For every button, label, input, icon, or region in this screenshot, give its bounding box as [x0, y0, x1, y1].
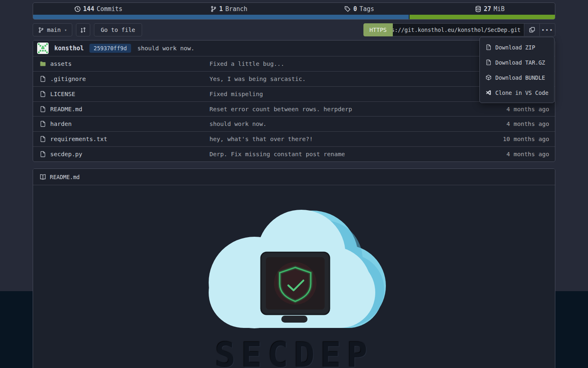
- stat-tags[interactable]: 0 Tags: [294, 5, 425, 13]
- readme-panel: README.md: [33, 168, 555, 368]
- compare-button[interactable]: [76, 23, 90, 36]
- commits-count: 144: [83, 5, 94, 13]
- readme-header: README.md: [33, 169, 555, 185]
- secdep-logo-image: [201, 208, 387, 329]
- clone-dropdown-menu: Download ZIP Download TAR.GZ Download BU…: [479, 37, 555, 103]
- menu-item-download-targz[interactable]: Download TAR.GZ: [480, 55, 554, 70]
- clock-icon: [74, 6, 81, 12]
- menu-item-clone-vscode[interactable]: Clone in VS Code: [480, 85, 554, 100]
- menu-item-download-bundle[interactable]: Download BUNDLE: [480, 70, 554, 85]
- secdep-logo-text: SECDEP: [215, 335, 373, 368]
- branch-icon: [38, 27, 44, 33]
- tags-label: Tags: [359, 5, 374, 13]
- menu-item-label: Download BUNDLE: [495, 74, 545, 81]
- copy-icon: [529, 27, 535, 33]
- file-link[interactable]: secdep.py: [50, 151, 82, 157]
- file-commit-message[interactable]: Fixed a little bug...: [209, 61, 481, 67]
- stat-size[interactable]: 27 MiB: [425, 5, 555, 13]
- commit-hash-badge[interactable]: 259370ff9d: [89, 44, 131, 53]
- go-to-file-label: Go to file: [101, 27, 135, 33]
- file-row-requirements: requirements.txt hey, what's that over t…: [33, 132, 555, 147]
- file-commit-message[interactable]: hey, what's that over there?!: [209, 136, 481, 142]
- file-commit-message[interactable]: Derp. Fix missing constant post rename: [209, 151, 481, 157]
- file-commit-message[interactable]: Yes, I was being sarcastic.: [209, 76, 481, 82]
- file-link[interactable]: README.md: [50, 106, 82, 112]
- file-commit-message[interactable]: Reset error count between rows. herpderp: [209, 106, 481, 112]
- file-commit-message[interactable]: should work now.: [209, 121, 481, 127]
- language-bar[interactable]: [33, 15, 555, 19]
- clone-url-group: HTTPS ps://git.konsthol.eu/konsthol/SecD…: [363, 23, 555, 36]
- file-commit-message[interactable]: Fixed mispeling: [209, 91, 481, 97]
- clone-url-input[interactable]: ps://git.konsthol.eu/konsthol/SecDep.git: [393, 23, 524, 36]
- file-link[interactable]: requirements.txt: [50, 136, 107, 142]
- vscode-icon: [486, 90, 492, 96]
- file-row-license: LICENSE Fixed mispeling: [33, 87, 555, 102]
- file-icon: [40, 106, 46, 112]
- file-row-gitignore: .gitignore Yes, I was being sarcastic.: [33, 72, 555, 87]
- copy-url-button[interactable]: [524, 23, 540, 36]
- file-link[interactable]: .gitignore: [50, 76, 86, 82]
- branch-icon: [210, 6, 217, 12]
- more-options-button[interactable]: •••: [540, 23, 555, 36]
- commits-label: Commits: [97, 5, 122, 13]
- file-icon: [40, 151, 46, 157]
- size-label: MiB: [494, 5, 505, 13]
- commit-author-link[interactable]: konsthol: [54, 45, 84, 52]
- language-segment-blue[interactable]: [33, 15, 409, 19]
- file-icon: [40, 76, 46, 82]
- file-link[interactable]: LICENSE: [50, 91, 75, 97]
- latest-commit-row: konsthol 259370ff9d should work now.: [33, 40, 555, 56]
- menu-item-label: Download TAR.GZ: [495, 59, 545, 66]
- file-row-assets: assets Fixed a little bug...: [33, 56, 555, 72]
- commit-message-link[interactable]: should work now.: [138, 45, 195, 52]
- file-commit-date: 4 months ago: [481, 106, 555, 112]
- kebab-icon: •••: [541, 27, 553, 33]
- database-icon: [475, 6, 481, 12]
- file-row-readme: README.md Reset error count between rows…: [33, 102, 555, 117]
- file-row-harden: harden should work now. 4 months ago: [33, 117, 555, 132]
- stat-commits[interactable]: 144 Commits: [33, 5, 164, 13]
- menu-item-label: Download ZIP: [495, 44, 535, 51]
- go-to-file-button[interactable]: Go to file: [94, 23, 142, 36]
- file-link[interactable]: harden: [50, 121, 71, 127]
- repo-toolbar: main ▾ Go to file HTTPS ps://git.konstho…: [33, 23, 555, 36]
- repo-stats-panel: 144 Commits 1 Branch 0 Tags 27 MiB: [33, 2, 555, 20]
- menu-item-label: Clone in VS Code: [495, 90, 548, 96]
- zip-file-icon: [486, 44, 492, 50]
- clone-url-text: ps://git.konsthol.eu/konsthol/SecDep.git: [393, 27, 521, 33]
- folder-icon: [40, 61, 46, 67]
- branch-selector-button[interactable]: main ▾: [33, 23, 72, 36]
- https-protocol-button[interactable]: HTTPS: [363, 23, 393, 36]
- stat-branches[interactable]: 1 Branch: [164, 5, 294, 13]
- menu-item-download-zip[interactable]: Download ZIP: [480, 40, 554, 55]
- book-icon: [40, 174, 46, 180]
- readme-title: README.md: [50, 174, 80, 180]
- file-commit-date: 4 months ago: [481, 151, 555, 157]
- package-icon: [486, 74, 492, 81]
- file-icon: [40, 136, 46, 142]
- file-icon: [40, 121, 46, 127]
- file-icon: [40, 91, 46, 97]
- file-link[interactable]: assets: [50, 61, 71, 67]
- https-label: HTTPS: [370, 27, 387, 33]
- chevron-down-icon: ▾: [65, 28, 67, 32]
- size-count: 27: [484, 5, 491, 13]
- readme-body: SECDEP: [33, 185, 555, 368]
- tags-count: 0: [353, 5, 357, 13]
- compare-icon: [80, 27, 86, 33]
- zip-file-icon: [486, 59, 492, 65]
- branch-selector-label: main: [47, 27, 61, 33]
- branches-label: Branch: [225, 5, 247, 13]
- language-segment-green[interactable]: [410, 15, 555, 19]
- avatar[interactable]: [37, 43, 49, 54]
- file-commit-date: 4 months ago: [481, 121, 555, 127]
- files-panel: konsthol 259370ff9d should work now. ass…: [33, 40, 555, 162]
- file-row-secdep: secdep.py Derp. Fix missing constant pos…: [33, 147, 555, 162]
- file-commit-date: 10 months ago: [481, 136, 555, 142]
- branches-count: 1: [219, 5, 223, 13]
- tag-icon: [344, 6, 351, 12]
